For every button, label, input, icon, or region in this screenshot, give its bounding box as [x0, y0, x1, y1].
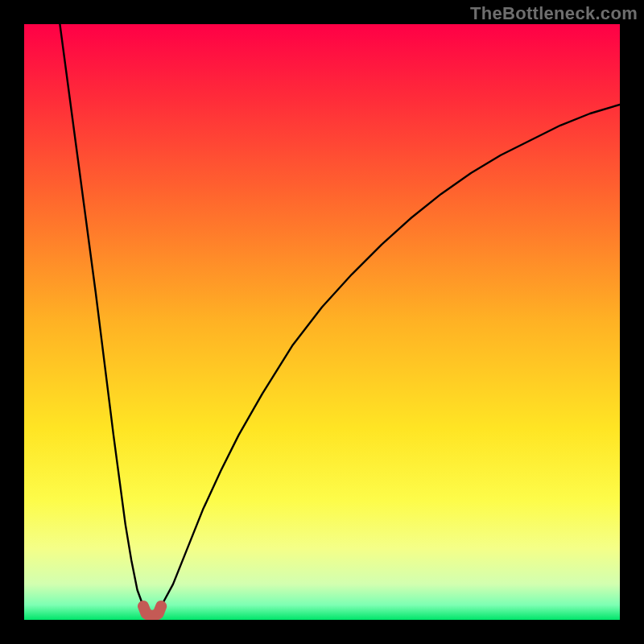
attribution-label: TheBottleneck.com	[470, 3, 638, 24]
chart-frame: TheBottleneck.com	[0, 0, 644, 644]
chart-background	[24, 24, 620, 620]
bottleneck-chart	[24, 24, 620, 620]
